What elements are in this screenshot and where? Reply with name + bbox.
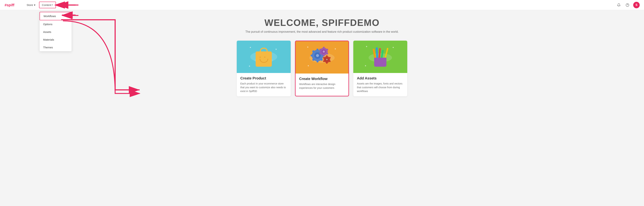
card-body-product: Create Product Each product in your ecom… (237, 73, 291, 96)
nav-content[interactable]: Content ▾ Workflows Options Assets Mater… (39, 1, 56, 8)
user-avatar[interactable]: S (633, 2, 640, 8)
svg-rect-22 (323, 47, 324, 48)
content-label: Content (42, 3, 52, 6)
dropdown-item-workflows[interactable]: Workflows (40, 12, 72, 20)
sparkle: ✦ (334, 47, 336, 50)
sparkle: ✦ (307, 46, 309, 48)
svg-rect-11 (316, 49, 318, 51)
sparkle: ✦ (307, 64, 310, 67)
dropdown-item-options[interactable]: Options (40, 20, 72, 28)
sparkle: ✦ (364, 64, 366, 67)
dropdown-item-materials[interactable]: Materials (40, 36, 72, 43)
svg-point-21 (323, 50, 325, 53)
svg-text:#spiff: #spiff (4, 3, 14, 7)
store-label: Store (26, 3, 33, 6)
svg-rect-34 (326, 62, 328, 64)
svg-rect-31 (326, 55, 328, 57)
navbar: #spiff Store ▾ Content ▾ Workflows Optio… (0, 0, 644, 10)
welcome-subtitle: The pursuit of continuous improvement, t… (245, 30, 399, 33)
card-image-workflow: ✦ ✦ ✦ (296, 41, 348, 73)
card-desc-assets: Assets are the images, fonts and vectors… (357, 82, 404, 93)
content-chevron: ▾ (52, 4, 53, 6)
help-button[interactable] (624, 2, 630, 8)
main-content: WELCOME, SPIFFDEMO The pursuit of contin… (0, 10, 644, 104)
sparkle: ✦ (275, 48, 277, 51)
card-create-product[interactable]: ✦ ✦ ✦ Create Product Each product in you… (237, 41, 291, 96)
store-chevron: ▾ (34, 3, 36, 7)
sparkle: ✦ (249, 46, 252, 49)
card-desc-product: Each product in your ecommerce store tha… (240, 82, 287, 93)
svg-point-30 (326, 59, 328, 60)
sparkle: ✦ (248, 65, 250, 68)
card-title-product: Create Product (240, 76, 287, 80)
content-dropdown: Workflows Options Assets Materials Theme… (40, 12, 72, 51)
nav-store[interactable]: Store ▾ (24, 2, 38, 8)
card-add-assets[interactable]: ✦ ✦ ✦ Add Assets Assets are the images, … (353, 41, 407, 96)
sparkle: ✦ (366, 45, 368, 48)
nav-right: S (616, 2, 640, 8)
shopping-bag-illustration (255, 47, 273, 67)
card-desc-workflow: Workflows are interactive design experie… (299, 82, 345, 90)
notification-button[interactable] (616, 2, 622, 8)
dropdown-item-assets[interactable]: Assets (40, 28, 72, 36)
welcome-title: WELCOME, SPIFFDEMO (264, 17, 380, 28)
card-title-workflow: Create Workflow (299, 77, 345, 81)
gears-illustration (310, 46, 334, 68)
dropdown-item-themes[interactable]: Themes (40, 43, 72, 51)
card-image-assets: ✦ ✦ ✦ (353, 41, 407, 73)
svg-point-10 (316, 54, 319, 57)
nav-items: Store ▾ Content ▾ Workflows Options Asse… (24, 1, 616, 8)
pencils-illustration (372, 47, 388, 67)
card-body-assets: Add Assets Assets are the images, fonts … (353, 73, 407, 96)
svg-rect-17 (311, 55, 313, 56)
card-create-workflow[interactable]: ✦ ✦ ✦ Create Workflow Workflows are inte… (295, 41, 349, 96)
cards-row: ✦ ✦ ✦ Create Product Each product in you… (236, 41, 408, 96)
card-title-assets: Add Assets (357, 76, 404, 80)
sparkle: ✦ (392, 46, 394, 49)
logo[interactable]: #spiff (4, 2, 19, 8)
card-image-product: ✦ ✦ ✦ (237, 41, 291, 73)
card-body-workflow: Create Workflow Workflows are interactiv… (296, 73, 348, 93)
svg-rect-25 (323, 55, 324, 56)
svg-rect-15 (316, 60, 318, 62)
